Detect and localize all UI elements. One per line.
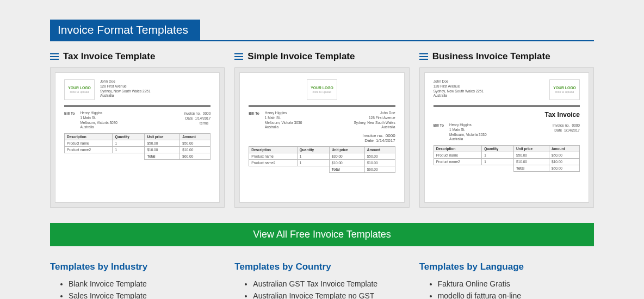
invoice-line-items-table: DescriptionQuantityUnit priceAmountProdu… [434, 145, 580, 172]
template-preview[interactable]: YOUR LOGO click to upload John Doe128 Fi… [50, 67, 225, 208]
logo-subtext: click to upload [555, 90, 574, 94]
list-heading: Templates by Country [234, 261, 409, 272]
address-block: John Doe128 First AvenueSydney, New Sout… [354, 111, 395, 130]
invoice-line-items-table: DescriptionQuantityUnit priceAmountProdu… [249, 146, 395, 173]
address-block: John Doe128 First AvenueSydney, New Sout… [100, 79, 151, 98]
address-block: Henry Higgins1 Main St.Melbourn, Victori… [80, 111, 117, 130]
section-title: Invoice Format Templates [50, 20, 200, 40]
section-title-bar: Invoice Format Templates [50, 20, 594, 41]
template-preview[interactable]: John Doe128 First AvenueSydney, New Sout… [419, 67, 594, 208]
logo-subtext: click to upload [313, 90, 332, 94]
template-card-title[interactable]: Simple Invoice Template [247, 51, 355, 62]
logo-subtext: click to upload [70, 90, 89, 94]
address-block: John Doe128 First AvenueSydney, New Sout… [434, 79, 484, 98]
template-link[interactable]: Faktura Online Gratis [438, 278, 594, 290]
logo-placeholder[interactable]: YOUR LOGO click to upload [549, 79, 580, 100]
address-block: Henry Higgins1 Main St.Melbourn, Victori… [265, 111, 302, 130]
logo-placeholder[interactable]: YOUR LOGO click to upload [64, 79, 95, 100]
template-link[interactable]: Australian Invoice Template no GST [253, 290, 409, 299]
tax-invoice-title: Tax Invoice [434, 111, 580, 119]
invoice-line-items-table: DescriptionQuantityUnit priceAmountProdu… [64, 133, 210, 160]
logo-text: YOUR LOGO [68, 86, 91, 90]
logo-placeholder[interactable]: YOUR LOGO click to upload [307, 79, 337, 100]
address-block: Henry Higgins1 Main St.Melbourn, Victori… [449, 123, 487, 142]
list-heading: Templates by Language [419, 261, 594, 272]
template-card-title[interactable]: Tax Invoice Template [63, 51, 155, 62]
template-link[interactable]: Australian GST Tax Invoice Template [253, 278, 409, 290]
menu-icon[interactable] [419, 53, 428, 60]
template-preview[interactable]: YOUR LOGO click to upload Bill To Henry … [234, 67, 409, 208]
menu-icon[interactable] [234, 53, 243, 60]
list-heading: Templates by Industry [50, 261, 225, 272]
view-all-templates-button[interactable]: View All Free Invoice Templates [50, 223, 594, 246]
menu-icon[interactable] [50, 53, 59, 60]
template-card-title[interactable]: Business Invoice Template [432, 51, 550, 62]
template-link[interactable]: Sales Invoice Template [69, 290, 225, 299]
template-link[interactable]: Blank Invoice Template [69, 278, 225, 290]
template-link[interactable]: modello di fattura on-line [438, 290, 594, 299]
logo-text: YOUR LOGO [311, 86, 333, 90]
logo-text: YOUR LOGO [553, 86, 576, 90]
